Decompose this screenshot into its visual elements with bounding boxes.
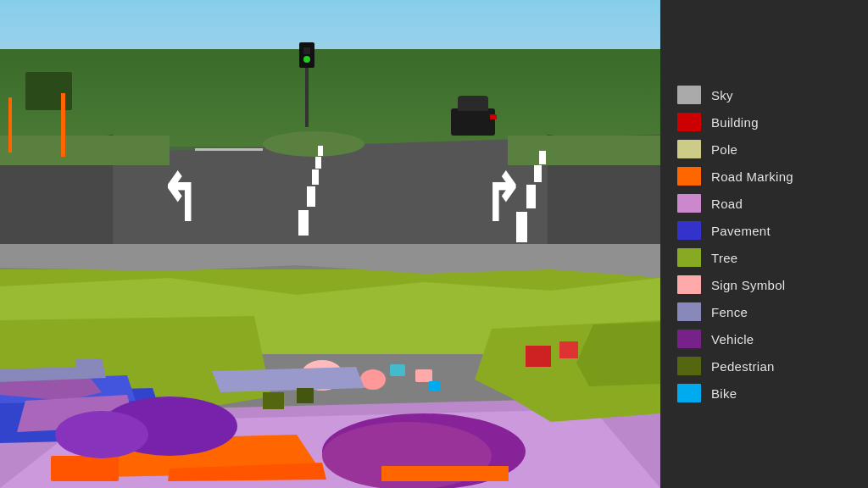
legend-item-sign-symbol: Sign Symbol bbox=[677, 273, 851, 297]
dash-1 bbox=[318, 146, 323, 156]
orange-pole-2 bbox=[8, 97, 12, 152]
legend-item-fence: Fence bbox=[677, 300, 851, 324]
orange-pole-1 bbox=[61, 93, 65, 157]
dash-2 bbox=[315, 157, 321, 169]
svg-rect-29 bbox=[263, 392, 284, 409]
dash-3 bbox=[312, 169, 319, 185]
legend-label-building: Building bbox=[711, 115, 759, 130]
segmentation-svg bbox=[0, 244, 660, 488]
svg-rect-20 bbox=[390, 364, 405, 376]
right-dash-3 bbox=[526, 185, 536, 208]
legend-color-pavement bbox=[677, 221, 701, 240]
legend-color-road bbox=[677, 194, 701, 213]
legend-item-pole: Pole bbox=[677, 137, 851, 161]
horiz-marking-left bbox=[195, 148, 263, 151]
main-view: ↰ ↱ bbox=[0, 0, 660, 488]
legend-label-vehicle: Vehicle bbox=[711, 332, 754, 347]
legend-item-building: Building bbox=[677, 110, 851, 134]
right-dash-2 bbox=[534, 165, 542, 182]
traffic-light bbox=[299, 42, 314, 68]
legend-label-sky: Sky bbox=[711, 88, 733, 103]
arrow-right: ↱ bbox=[483, 168, 520, 231]
legend-color-pole bbox=[677, 140, 701, 158]
svg-point-19 bbox=[360, 369, 386, 390]
right-dash-4 bbox=[516, 212, 527, 242]
legend-label-sign-symbol: Sign Symbol bbox=[711, 278, 786, 292]
legend-item-road: Road bbox=[677, 191, 851, 215]
legend-item-road-marking: Road Marking bbox=[677, 164, 851, 188]
legend-item-tree: Tree bbox=[677, 246, 851, 269]
grass-left bbox=[0, 136, 170, 165]
segmentation-view bbox=[0, 244, 660, 488]
svg-marker-32 bbox=[0, 324, 76, 369]
grass-median-far bbox=[263, 131, 364, 157]
car-body bbox=[451, 108, 495, 136]
legend-item-sky: Sky bbox=[677, 83, 851, 107]
arrow-left: ↰ bbox=[160, 168, 198, 231]
right-dash-1 bbox=[539, 151, 546, 164]
legend-color-bike bbox=[677, 384, 701, 402]
car-roof bbox=[458, 96, 488, 111]
legend-item-bike: Bike bbox=[677, 381, 851, 405]
legend-color-road-marking bbox=[677, 167, 701, 186]
legend-label-road: Road bbox=[711, 197, 743, 211]
grass-right bbox=[508, 136, 660, 165]
svg-rect-30 bbox=[297, 388, 314, 403]
legend-label-tree: Tree bbox=[711, 251, 738, 265]
svg-point-26 bbox=[55, 411, 148, 458]
legend-color-tree bbox=[677, 248, 701, 267]
legend-label-fence: Fence bbox=[711, 305, 748, 319]
dash-4 bbox=[307, 186, 315, 207]
legend-color-sky bbox=[677, 86, 701, 104]
dash-5 bbox=[298, 210, 309, 236]
camera-view: ↰ ↱ bbox=[0, 0, 660, 244]
legend-item-vehicle: Vehicle bbox=[677, 327, 851, 351]
svg-rect-31 bbox=[428, 381, 440, 391]
svg-rect-9 bbox=[51, 456, 119, 481]
legend-label-pavement: Pavement bbox=[711, 224, 771, 238]
legend-color-pedestrian bbox=[677, 357, 701, 375]
legend-item-pedestrian: Pedestrian bbox=[677, 354, 851, 378]
legend-label-pole: Pole bbox=[711, 142, 737, 157]
legend-color-sign-symbol bbox=[677, 275, 701, 294]
legend-color-building bbox=[677, 113, 701, 131]
car-brake-light bbox=[490, 114, 497, 119]
legend-panel: SkyBuildingPoleRoad MarkingRoadPavementT… bbox=[660, 0, 868, 488]
svg-rect-28 bbox=[381, 466, 509, 481]
legend-color-fence bbox=[677, 302, 701, 321]
svg-rect-21 bbox=[526, 346, 551, 367]
legend-label-pedestrian: Pedestrian bbox=[711, 359, 775, 374]
svg-marker-23 bbox=[212, 367, 364, 392]
svg-rect-18 bbox=[415, 369, 432, 382]
legend-label-bike: Bike bbox=[711, 386, 737, 401]
svg-rect-22 bbox=[559, 341, 578, 358]
legend-item-pavement: Pavement bbox=[677, 219, 851, 242]
legend-label-road-marking: Road Marking bbox=[711, 169, 793, 184]
legend-color-vehicle bbox=[677, 330, 701, 348]
